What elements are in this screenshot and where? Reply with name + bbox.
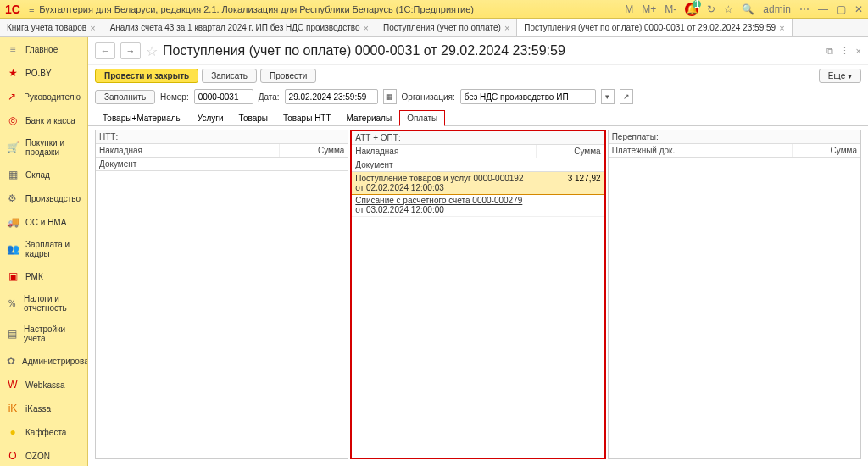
org-label: Организация: bbox=[402, 92, 455, 102]
sidebar-icon: ≡ bbox=[7, 43, 19, 55]
row-text: Списание с расчетного счета 0000-000279 … bbox=[352, 194, 536, 216]
sidebar-icon: ✿ bbox=[7, 355, 15, 367]
m-minus-icon[interactable]: M- bbox=[665, 3, 676, 15]
sidebar-item[interactable]: WWebkassa bbox=[0, 373, 87, 397]
col-invoice: Накладная bbox=[352, 145, 536, 158]
tab-receipt-doc[interactable]: Поступления (учет по оплате) 0000-0031 о… bbox=[517, 19, 792, 36]
sidebar-label: Банк и касса bbox=[25, 116, 75, 125]
minimize-icon[interactable]: — bbox=[818, 3, 828, 15]
sidebar-icon: ▦ bbox=[7, 169, 19, 180]
tab-close-icon[interactable]: × bbox=[364, 23, 369, 33]
subtab[interactable]: Материалы bbox=[339, 110, 400, 125]
sidebar-item[interactable]: ●Каффеста bbox=[0, 420, 87, 444]
grid-overpay-title: Переплаты: bbox=[609, 130, 860, 144]
sidebar-item[interactable]: ⚙Производство bbox=[0, 186, 87, 210]
subtab[interactable]: Товары bbox=[231, 110, 275, 125]
subtab[interactable]: Оплаты bbox=[399, 110, 445, 126]
sidebar-item[interactable]: ％Налоги и отчетность bbox=[0, 288, 87, 319]
sidebar-label: PO.BY bbox=[25, 69, 52, 78]
grid-overpay-rows[interactable] bbox=[609, 158, 860, 458]
doc-menu-icon[interactable]: ⋮ bbox=[840, 46, 849, 57]
history-icon[interactable]: ↻ bbox=[707, 3, 715, 15]
sidebar-label: OZON bbox=[25, 452, 50, 461]
sidebar-label: Склад bbox=[25, 170, 50, 180]
back-button[interactable]: ← bbox=[95, 42, 115, 59]
settings-icon[interactable]: ⋯ bbox=[799, 3, 810, 15]
row-text: Поступление товаров и услуг 0000-000192 … bbox=[352, 172, 536, 194]
row-sum bbox=[537, 194, 604, 216]
menu-icon[interactable]: ≡ bbox=[29, 4, 34, 14]
save-button[interactable]: Записать bbox=[202, 69, 257, 83]
fill-button[interactable]: Заполнить bbox=[95, 90, 155, 104]
favorite-icon[interactable]: ☆ bbox=[724, 3, 733, 15]
sidebar-item[interactable]: ◎Банк и касса bbox=[0, 108, 87, 132]
grid-ntt-title: НТТ: bbox=[96, 130, 348, 144]
sidebar-item[interactable]: ▣РМК bbox=[0, 264, 87, 288]
col-sum: Сумма bbox=[280, 144, 348, 157]
col-sum: Сумма bbox=[537, 145, 604, 158]
sidebar-item[interactable]: ▤Настройки учета bbox=[0, 319, 87, 349]
subtab[interactable]: Товары НТТ bbox=[275, 110, 339, 125]
sidebar-label: Webkassa bbox=[25, 380, 65, 390]
tab-analysis[interactable]: Анализ счета 43 за 1 квартал 2024 г. ИП … bbox=[103, 19, 376, 36]
table-row[interactable]: Списание с расчетного счета 0000-000279 … bbox=[352, 194, 604, 217]
tab-receipts-list[interactable]: Поступления (учет по оплате)× bbox=[376, 19, 517, 36]
sidebar-label: Налоги и отчетность bbox=[24, 294, 81, 313]
notification-bell-icon[interactable]: 🔔1 bbox=[685, 3, 698, 16]
org-open-icon[interactable]: ↗ bbox=[620, 89, 633, 104]
sidebar-icon: ● bbox=[7, 426, 19, 438]
sidebar-item[interactable]: ≡Главное bbox=[0, 37, 87, 61]
forward-button[interactable]: → bbox=[120, 42, 141, 59]
search-icon[interactable]: 🔍 bbox=[742, 3, 754, 15]
post-and-close-button[interactable]: Провести и закрыть bbox=[95, 69, 198, 83]
tab-close-icon[interactable]: × bbox=[779, 23, 784, 33]
sidebar-item[interactable]: ✿Администрирование bbox=[0, 349, 87, 373]
sidebar-icon: 🛒 bbox=[7, 141, 19, 153]
grid-ntt-rows[interactable] bbox=[96, 171, 348, 458]
document-area: ← → ☆ Поступления (учет по оплате) 0000-… bbox=[88, 37, 868, 466]
m-plus-icon[interactable]: M+ bbox=[642, 3, 656, 15]
favorite-toggle[interactable]: ☆ bbox=[146, 43, 158, 59]
sidebar-icon: W bbox=[7, 379, 19, 391]
row-sum: 3 127,92 bbox=[537, 172, 604, 194]
subtab[interactable]: Товары+Материалы bbox=[95, 110, 190, 125]
org-select-icon[interactable]: ▾ bbox=[601, 89, 615, 104]
user-label[interactable]: admin bbox=[763, 3, 791, 15]
sidebar-label: Администрирование bbox=[22, 357, 88, 366]
sidebar-item[interactable]: 🚚ОС и НМА bbox=[0, 210, 87, 234]
org-field[interactable] bbox=[460, 89, 596, 104]
grid-ntt: НТТ: НакладнаяСумма Документ bbox=[95, 130, 348, 459]
close-icon[interactable]: ✕ bbox=[854, 3, 863, 15]
sidebar-item[interactable]: 👥Зарплата и кадры bbox=[0, 234, 87, 264]
m-icon[interactable]: M bbox=[625, 3, 633, 15]
grid-att-rows[interactable]: Поступление товаров и услуг 0000-000192 … bbox=[352, 172, 604, 458]
tab-book[interactable]: Книга учета товаров× bbox=[0, 19, 103, 36]
calendar-icon[interactable]: ▦ bbox=[383, 89, 397, 104]
tab-close-icon[interactable]: × bbox=[90, 23, 95, 33]
table-row[interactable]: Поступление товаров и услуг 0000-000192 … bbox=[352, 172, 604, 195]
sidebar-icon: ％ bbox=[7, 297, 17, 311]
col-invoice: Накладная bbox=[96, 144, 280, 157]
subtab[interactable]: Услуги bbox=[190, 110, 231, 125]
sidebar-item[interactable]: ▦Склад bbox=[0, 163, 87, 186]
sidebar-label: Руководителю bbox=[24, 92, 81, 102]
col-sum: Сумма bbox=[793, 144, 860, 157]
app-title: Бухгалтерия для Беларуси, редакция 2.1. … bbox=[39, 4, 625, 14]
sidebar-item[interactable]: ↗Руководителю bbox=[0, 85, 87, 108]
more-button[interactable]: Еще ▾ bbox=[819, 69, 861, 83]
date-field[interactable] bbox=[285, 89, 378, 104]
date-label: Дата: bbox=[259, 92, 280, 102]
post-button[interactable]: Провести bbox=[260, 69, 316, 83]
open-external-icon[interactable]: ⧉ bbox=[826, 46, 833, 57]
sidebar-item[interactable]: OOZON bbox=[0, 444, 87, 466]
sidebar-item[interactable]: iKiKassa bbox=[0, 397, 87, 420]
sidebar-item[interactable]: 🛒Покупки и продажи bbox=[0, 132, 87, 163]
col-document: Документ bbox=[96, 158, 348, 170]
sidebar-item[interactable]: ★PO.BY bbox=[0, 61, 87, 85]
tab-close-icon[interactable]: × bbox=[504, 23, 509, 33]
document-tabs: Книга учета товаров× Анализ счета 43 за … bbox=[0, 19, 868, 37]
doc-close-icon[interactable]: × bbox=[856, 46, 861, 57]
number-field[interactable] bbox=[194, 89, 253, 104]
maximize-icon[interactable]: ▢ bbox=[837, 3, 846, 15]
col-document: Документ bbox=[352, 158, 604, 171]
